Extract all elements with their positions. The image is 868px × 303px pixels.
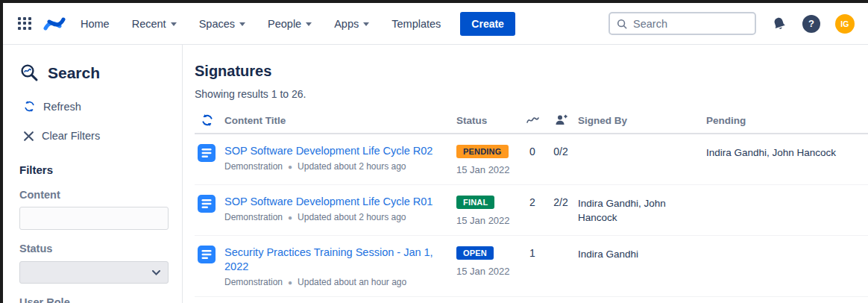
- pending-cell: [706, 246, 868, 247]
- pending-cell: [706, 195, 868, 196]
- nav-menu-item[interactable]: Spaces: [199, 18, 245, 30]
- content-filter-input[interactable]: [19, 207, 169, 230]
- results-summary: Showing results 1 to 26.: [195, 88, 868, 100]
- signers-progress: 2/2: [544, 195, 578, 208]
- signature-count: 1: [521, 246, 544, 259]
- col-header-signed-by: Signed By: [578, 115, 706, 126]
- filters-heading: Filters: [19, 163, 169, 176]
- nav-menu-item[interactable]: Apps: [334, 18, 369, 30]
- chevron-down-icon: [239, 22, 245, 26]
- global-search[interactable]: [608, 12, 756, 35]
- search-filters-sidebar: Search Refresh Clear Filters Filters: [3, 45, 183, 303]
- help-icon[interactable]: ?: [802, 15, 820, 33]
- table-header: Content Title Status: [195, 107, 868, 134]
- content-meta: Demonstration ● Updated about an hour ag…: [220, 277, 453, 287]
- document-icon[interactable]: [198, 144, 216, 162]
- signature-count-icon: [526, 116, 540, 125]
- chevron-down-icon: [152, 270, 160, 275]
- signature-count: 0: [521, 144, 544, 157]
- primary-nav: Home Recent Spaces People: [81, 18, 441, 30]
- table-row: SOP Software Development Life Cycle R01 …: [195, 185, 868, 236]
- content-title-link[interactable]: SOP Software Development Life Cycle R02: [220, 144, 453, 158]
- nav-menu-item[interactable]: Home: [81, 18, 110, 30]
- user-role-filter-label: User Role: [19, 296, 169, 303]
- signed-by-cell: Indira Gandhi: [578, 246, 706, 261]
- refresh-icon[interactable]: [201, 113, 214, 127]
- refresh-link[interactable]: Refresh: [19, 100, 169, 113]
- status-filter-select[interactable]: [19, 261, 169, 284]
- space-name: Demonstration: [224, 161, 283, 172]
- nav-menu-item[interactable]: Recent: [132, 18, 177, 30]
- pending-cell: Indira Gandhi, John Hancock: [706, 144, 868, 160]
- document-icon[interactable]: [198, 246, 216, 263]
- close-icon: [23, 131, 34, 142]
- updated-text: Updated about an hour ago: [298, 277, 406, 287]
- signed-by-cell: [578, 144, 706, 146]
- table-row: SOP Software Development Life Cycle R02 …: [195, 134, 868, 185]
- app-switcher-icon[interactable]: [18, 17, 31, 31]
- notifications-bell-icon[interactable]: [769, 13, 790, 34]
- chevron-down-icon: [171, 22, 177, 26]
- status-date: 15 Jan 2022: [456, 215, 521, 226]
- confluence-logo-icon[interactable]: [43, 14, 66, 34]
- col-header-status: Status: [453, 115, 521, 126]
- page-title: Signatures: [195, 63, 868, 80]
- table-row: Security Practices Training Session - Ja…: [195, 236, 868, 297]
- chevron-down-icon: [363, 22, 369, 26]
- updated-text: Updated about 2 hours ago: [298, 161, 406, 172]
- create-button[interactable]: Create: [460, 12, 515, 36]
- app-window: Home Recent Spaces People: [0, 0, 868, 303]
- status-badge: OPEN: [456, 246, 494, 260]
- content-meta: Demonstration ● Updated about 2 hours ag…: [220, 161, 453, 172]
- meta-separator: ●: [288, 163, 292, 171]
- status-filter-label: Status: [19, 243, 169, 254]
- meta-separator: ●: [288, 278, 292, 287]
- signature-count: 2: [521, 195, 544, 208]
- signed-by-cell: Indira Gandhi, John Hancock: [578, 195, 706, 225]
- col-header-pending: Pending: [706, 115, 868, 126]
- user-avatar[interactable]: IG: [835, 14, 855, 34]
- nav-right-cluster: ? IG: [608, 12, 855, 35]
- refresh-icon: [23, 100, 36, 113]
- content-meta: Demonstration ● Updated about 2 hours ag…: [220, 212, 453, 222]
- top-navigation-bar: Home Recent Spaces People: [3, 3, 868, 45]
- content-title-link[interactable]: Security Practices Training Session - Ja…: [220, 246, 453, 274]
- status-date: 15 Jan 2022: [456, 164, 521, 175]
- table-row: System Implementation Procedures R01 Dem…: [195, 297, 868, 303]
- content-filter-label: Content: [19, 189, 169, 201]
- sidebar-header: Search: [19, 63, 169, 83]
- col-header-content-title: Content Title: [220, 115, 453, 126]
- signatures-panel: Signatures Showing results 1 to 26. Cont…: [183, 45, 868, 303]
- table-body: SOP Software Development Life Cycle R02 …: [195, 134, 868, 303]
- signature-search-icon: [19, 63, 40, 83]
- chevron-down-icon: [306, 22, 312, 26]
- space-name: Demonstration: [224, 212, 283, 222]
- clear-filters-link[interactable]: Clear Filters: [19, 130, 169, 142]
- status-date: 15 Jan 2022: [456, 266, 521, 277]
- nav-menu-item[interactable]: People: [268, 18, 312, 30]
- space-name: Demonstration: [224, 277, 283, 287]
- search-input[interactable]: [633, 18, 748, 30]
- signatures-table: Content Title Status: [195, 107, 868, 303]
- status-badge: PENDING: [456, 145, 509, 158]
- signers-progress: 0/2: [544, 144, 578, 157]
- sidebar-title: Search: [48, 64, 100, 82]
- status-badge: FINAL: [456, 196, 494, 209]
- search-icon: [617, 18, 627, 30]
- meta-separator: ●: [288, 213, 292, 222]
- updated-text: Updated about 2 hours ago: [298, 212, 406, 222]
- signers-progress: [544, 246, 578, 247]
- content-title-link[interactable]: SOP Software Development Life Cycle R01: [220, 195, 453, 209]
- signers-progress-icon: [555, 114, 567, 126]
- document-icon[interactable]: [198, 195, 216, 213]
- nav-menu-item[interactable]: Templates: [391, 18, 441, 30]
